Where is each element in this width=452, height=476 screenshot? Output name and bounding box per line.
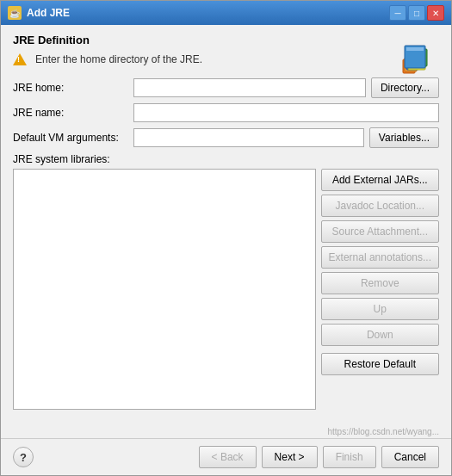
jre-home-row: JRE home: Directory...	[13, 77, 439, 98]
add-external-jars-button[interactable]: Add External JARs...	[321, 169, 439, 191]
directory-button[interactable]: Directory...	[371, 77, 439, 98]
jre-name-row: JRE name:	[13, 103, 439, 122]
default-vm-input[interactable]	[133, 128, 364, 147]
bottom-bar: ? < Back Next > Finish Cancel	[1, 438, 451, 475]
remove-button[interactable]: Remove	[321, 272, 439, 294]
javadoc-location-button[interactable]: Javadoc Location...	[321, 195, 439, 217]
title-bar: ☕ Add JRE ─ □ ✕	[1, 1, 451, 25]
nav-buttons: < Back Next > Finish Cancel	[199, 446, 439, 468]
header-area: JRE Definition Enter the home directory …	[13, 34, 439, 77]
section-title: JRE Definition	[13, 34, 202, 46]
down-button[interactable]: Down	[321, 324, 439, 346]
libraries-list[interactable]	[13, 169, 316, 410]
system-libraries-label: JRE system libraries:	[13, 153, 439, 165]
warning-icon	[13, 53, 27, 65]
window-controls: ─ □ ✕	[389, 5, 444, 21]
libraries-buttons: Add External JARs... Javadoc Location...…	[321, 169, 439, 410]
up-button[interactable]: Up	[321, 298, 439, 320]
back-button[interactable]: < Back	[199, 446, 257, 468]
finish-button[interactable]: Finish	[323, 446, 376, 468]
minimize-button[interactable]: ─	[389, 5, 406, 21]
warning-row: Enter the home directory of the JRE.	[13, 53, 202, 65]
svg-rect-6	[406, 47, 424, 51]
close-button[interactable]: ✕	[427, 5, 444, 21]
jre-books-icon	[398, 34, 439, 75]
default-vm-label: Default VM arguments:	[13, 132, 133, 144]
maximize-button[interactable]: □	[408, 5, 425, 21]
add-jre-window: ☕ Add JRE ─ □ ✕ JRE Definition Enter the…	[0, 0, 452, 476]
jre-name-input[interactable]	[133, 103, 439, 122]
jre-name-label: JRE name:	[13, 107, 133, 119]
help-button[interactable]: ?	[13, 447, 34, 467]
jre-home-label: JRE home:	[13, 82, 133, 94]
external-annotations-button[interactable]: External annotations...	[321, 246, 439, 269]
cancel-button[interactable]: Cancel	[381, 446, 439, 468]
restore-default-button[interactable]: Restore Default	[321, 353, 439, 375]
window-icon: ☕	[8, 6, 22, 20]
libraries-area: Add External JARs... Javadoc Location...…	[13, 169, 439, 410]
warning-message: Enter the home directory of the JRE.	[35, 53, 202, 65]
default-vm-row: Default VM arguments: Variables...	[13, 127, 439, 148]
jre-home-input[interactable]	[133, 78, 366, 97]
variables-button[interactable]: Variables...	[369, 127, 439, 148]
watermark: https://blog.csdn.net/wyang...	[1, 427, 451, 438]
main-content: JRE Definition Enter the home directory …	[1, 25, 451, 427]
next-button[interactable]: Next >	[262, 446, 318, 468]
window-title: Add JRE	[27, 7, 389, 19]
source-attachment-button[interactable]: Source Attachment...	[321, 220, 439, 243]
